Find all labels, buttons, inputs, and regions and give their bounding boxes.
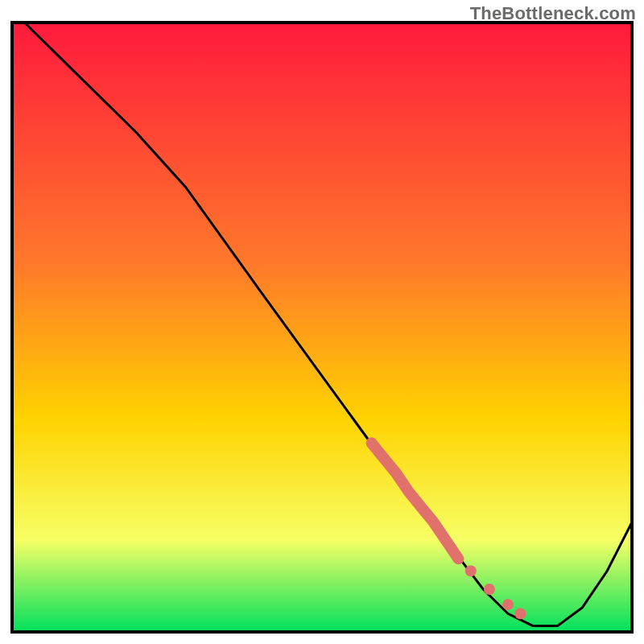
watermark-label: TheBottleneck.com: [470, 3, 636, 24]
highlight-dot: [514, 608, 526, 619]
highlight-dot: [465, 565, 477, 576]
bottleneck-chart: [0, 0, 644, 644]
highlight-dot: [484, 584, 495, 595]
chart-container: TheBottleneck.com: [0, 0, 644, 644]
highlight-dot: [502, 599, 514, 610]
plot-background: [12, 23, 632, 632]
